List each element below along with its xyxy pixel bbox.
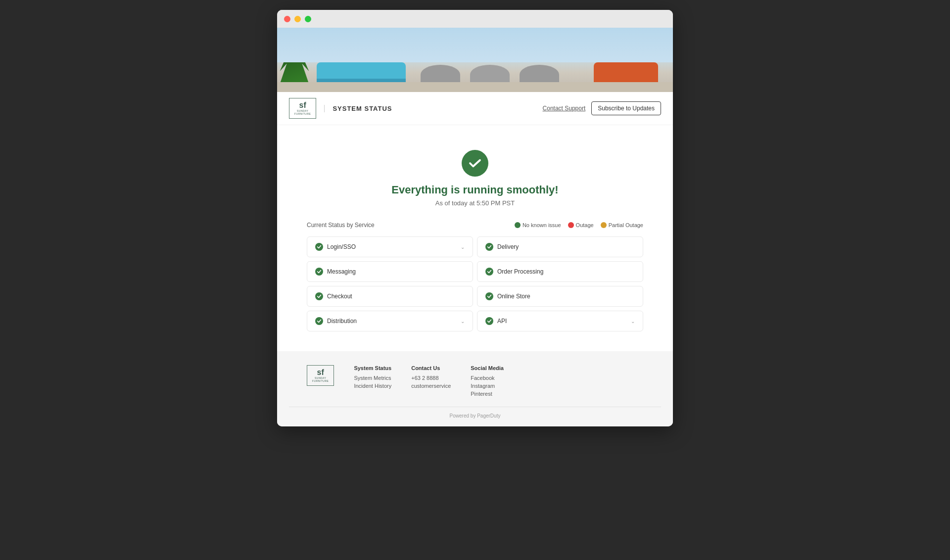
- chevron-down-icon: ⌄: [461, 319, 465, 324]
- check-svg: [487, 319, 492, 324]
- footer-link-facebook[interactable]: Facebook: [471, 375, 504, 381]
- main-content: Everything is running smoothly! As of to…: [277, 125, 673, 351]
- service-check-icon: [485, 317, 493, 325]
- service-row-api[interactable]: API ⌄: [477, 311, 643, 331]
- service-row-left: Messaging: [315, 268, 356, 276]
- close-dot[interactable]: [284, 16, 290, 22]
- service-row-order-processing[interactable]: Order Processing: [477, 261, 643, 282]
- system-status-label: SYSTEM STATUS: [324, 105, 392, 112]
- service-row-checkout[interactable]: Checkout: [307, 286, 473, 307]
- service-row-messaging[interactable]: Messaging: [307, 261, 473, 282]
- logo-sub: sunday furniture: [294, 109, 311, 115]
- status-check-circle: [462, 150, 488, 177]
- service-row-delivery[interactable]: Delivery: [477, 236, 643, 257]
- service-name-online-store: Online Store: [497, 293, 530, 300]
- footer-col-heading-contact-us: Contact Us: [411, 365, 451, 371]
- service-name-login: Login/SSO: [327, 243, 356, 250]
- service-row-left: Login/SSO: [315, 243, 356, 251]
- legend-partial-outage: Partial Outage: [601, 222, 643, 228]
- footer-link-system-metrics[interactable]: System Metrics: [354, 375, 391, 381]
- legend: No known issue Outage Partial Outage: [515, 222, 643, 228]
- check-svg: [487, 244, 492, 249]
- legend-green-dot: [515, 222, 521, 228]
- check-svg: [317, 319, 322, 324]
- status-subtitle: As of today at 5:50 PM PST: [289, 199, 661, 207]
- footer-bottom: Powered by PagerDuty: [289, 407, 661, 419]
- service-check-icon: [315, 292, 323, 300]
- legend-outage: Outage: [568, 222, 594, 228]
- logo-sf: sf: [294, 101, 311, 109]
- service-row-left: API: [485, 317, 507, 325]
- service-name-distribution: Distribution: [327, 318, 357, 325]
- service-header-label: Current Status by Service: [307, 222, 375, 229]
- service-row-left: Order Processing: [485, 268, 543, 276]
- service-row-left: Checkout: [315, 292, 352, 300]
- status-hero: Everything is running smoothly! As of to…: [289, 140, 661, 222]
- footer-link-incident-history[interactable]: Incident History: [354, 383, 391, 389]
- footer-logo-sf: sf: [312, 369, 329, 376]
- service-name-delivery: Delivery: [497, 243, 519, 250]
- footer-link-pinterest[interactable]: Pinterest: [471, 391, 504, 397]
- service-check-icon: [315, 243, 323, 251]
- service-row-distribution[interactable]: Distribution ⌄: [307, 311, 473, 331]
- footer-phone: +63 2 8888: [411, 375, 451, 381]
- footer: sf sunday furniture System Status System…: [277, 351, 673, 426]
- check-svg: [487, 269, 492, 274]
- footer-inner: sf sunday furniture System Status System…: [307, 365, 643, 407]
- check-svg: [317, 294, 322, 299]
- service-check-icon: [485, 243, 493, 251]
- subscribe-updates-button[interactable]: Subscribe to Updates: [591, 101, 661, 115]
- footer-col-heading-social-media: Social Media: [471, 365, 504, 371]
- chevron-down-icon: ⌄: [461, 244, 465, 250]
- hero-image: [277, 28, 673, 92]
- service-row-online-store[interactable]: Online Store: [477, 286, 643, 307]
- service-row-left: Online Store: [485, 292, 530, 300]
- legend-yellow-dot: [601, 222, 607, 228]
- service-check-icon: [315, 317, 323, 325]
- legend-red-dot: [568, 222, 574, 228]
- service-row-login[interactable]: Login/SSO ⌄: [307, 236, 473, 257]
- powered-by-label: Powered by PagerDuty: [450, 413, 501, 419]
- service-name-messaging: Messaging: [327, 268, 356, 275]
- legend-no-issue-label: No known issue: [522, 222, 561, 228]
- service-row-left: Delivery: [485, 243, 519, 251]
- service-check-icon: [315, 268, 323, 276]
- legend-outage-label: Outage: [576, 222, 594, 228]
- browser-window: sf sunday furniture SYSTEM STATUS Contac…: [277, 10, 673, 426]
- minimize-dot[interactable]: [294, 16, 301, 22]
- contact-support-link[interactable]: Contact Support: [543, 105, 586, 112]
- service-left-col: Login/SSO ⌄ Messaging: [307, 236, 473, 331]
- service-check-icon: [485, 268, 493, 276]
- service-name-order-processing: Order Processing: [497, 268, 543, 275]
- check-svg: [317, 244, 322, 249]
- browser-titlebar: [277, 10, 673, 28]
- check-svg: [487, 294, 492, 299]
- service-section: Current Status by Service No known issue…: [307, 222, 643, 331]
- service-row-left: Distribution: [315, 317, 357, 325]
- service-header: Current Status by Service No known issue…: [307, 222, 643, 229]
- service-name-api: API: [497, 318, 507, 325]
- header-actions: Contact Support Subscribe to Updates: [543, 101, 661, 115]
- checkmark-icon: [468, 156, 482, 171]
- footer-col-system-status: System Status System Metrics Incident Hi…: [354, 365, 391, 399]
- service-grid: Login/SSO ⌄ Messaging: [307, 236, 643, 331]
- footer-link-instagram[interactable]: Instagram: [471, 383, 504, 389]
- chevron-down-icon: ⌄: [631, 319, 635, 324]
- service-name-checkout: Checkout: [327, 293, 352, 300]
- footer-col-heading-system-status: System Status: [354, 365, 391, 371]
- maximize-dot[interactable]: [305, 16, 311, 22]
- footer-logo-sub: sunday furniture: [312, 376, 329, 382]
- legend-partial-outage-label: Partial Outage: [609, 222, 643, 228]
- footer-col-social-media: Social Media Facebook Instagram Pinteres…: [471, 365, 504, 399]
- service-right-col: Delivery Order Processing: [477, 236, 643, 331]
- footer-col-contact-us: Contact Us +63 2 8888 customerservice: [411, 365, 451, 399]
- footer-customer-service-link[interactable]: customerservice: [411, 383, 451, 389]
- header: sf sunday furniture SYSTEM STATUS Contac…: [277, 92, 673, 125]
- footer-logo-box: sf sunday furniture: [307, 365, 334, 386]
- check-svg: [317, 269, 322, 274]
- status-title: Everything is running smoothly!: [289, 184, 661, 196]
- service-check-icon: [485, 292, 493, 300]
- logo-box: sf sunday furniture: [289, 98, 316, 119]
- legend-no-issue: No known issue: [515, 222, 561, 228]
